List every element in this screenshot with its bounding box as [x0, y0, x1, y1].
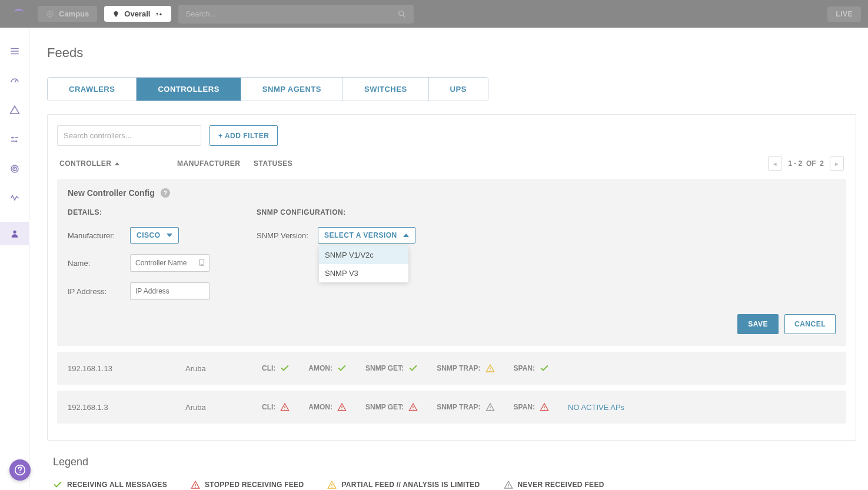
legend-item: STOPPED RECEIVING FEED	[191, 480, 304, 489]
page-next-button[interactable]: ▸	[830, 156, 844, 171]
config-title: New Controller Config ?	[68, 188, 836, 198]
sidebar-item-settings[interactable]	[9, 134, 21, 145]
warning-icon	[191, 480, 200, 489]
warning-icon	[485, 364, 495, 373]
svg-point-15	[285, 409, 285, 409]
legend-label: NEVER RECEIVED FEED	[518, 481, 604, 489]
snmp-option[interactable]: SNMP V1/V2c	[319, 246, 408, 264]
controller-ip: 192.168.1.3	[68, 403, 185, 412]
status-label: AMON:	[308, 364, 332, 372]
warning-icon	[337, 402, 347, 412]
status-label: SNMP GET:	[365, 403, 404, 411]
logo-icon	[12, 8, 25, 21]
question-icon	[14, 464, 26, 476]
col-statuses[interactable]: STATUSES	[254, 159, 768, 168]
snmp-version-dropdown[interactable]: SELECT A VERSION	[318, 227, 415, 244]
warning-icon	[327, 480, 337, 489]
tab-ups[interactable]: UPS	[429, 78, 488, 101]
status-label: CLI:	[262, 403, 275, 411]
no-active-aps: NO ACTIVE APs	[568, 403, 624, 412]
page-text: 1 - 2 OF 2	[788, 159, 824, 168]
panel: + ADD FILTER CONTROLLER MANUFACTURER STA…	[47, 114, 856, 441]
help-fab[interactable]	[9, 459, 31, 481]
add-filter-button[interactable]: + ADD FILTER	[209, 125, 278, 146]
manufacturer-dropdown[interactable]: CISCO	[130, 227, 179, 244]
warning-icon	[408, 402, 418, 412]
tab-crawlers[interactable]: CRAWLERS	[48, 78, 137, 101]
overall-selector[interactable]: Overall	[104, 6, 171, 22]
menu-icon	[9, 46, 20, 56]
ip-label: IP Address:	[68, 287, 121, 296]
globe-icon	[46, 10, 54, 18]
sort-asc-icon	[115, 162, 119, 165]
help-icon[interactable]: ?	[161, 188, 170, 198]
table-header: CONTROLLER MANUFACTURER STATUSES ◂ 1 - 2…	[57, 156, 846, 179]
cancel-button[interactable]: CANCEL	[784, 314, 836, 334]
status-item: SNMP TRAP:	[437, 364, 494, 373]
topbar: Campus Overall LIVE	[0, 0, 868, 28]
status-item: CLI:	[262, 402, 290, 412]
sidebar-item-admin[interactable]	[0, 222, 29, 245]
tab-switches[interactable]: SWITCHES	[343, 78, 429, 101]
app-logo[interactable]	[7, 8, 31, 21]
col-controller[interactable]: CONTROLLER	[59, 159, 177, 168]
svg-line-3	[15, 80, 16, 83]
manufacturer-label: Manufacturer:	[68, 231, 121, 240]
sidebar-item-gauge[interactable]	[9, 75, 21, 86]
warning-icon	[485, 402, 495, 412]
snmp-option[interactable]: SNMP V3	[319, 264, 408, 282]
status-item: SPAN:	[514, 402, 549, 412]
details-column: DETAILS: Manufacturer: CISCO Name:	[68, 208, 209, 300]
global-search[interactable]	[178, 5, 414, 24]
sidebar-item-alerts[interactable]	[9, 104, 21, 116]
swap-icon	[155, 10, 163, 18]
page-prev-button[interactable]: ◂	[768, 156, 782, 171]
status-item: AMON:	[308, 402, 347, 412]
save-button[interactable]: SAVE	[737, 314, 779, 334]
live-badge[interactable]: LIVE	[827, 6, 861, 22]
tab-snmp-agents[interactable]: SNMP AGENTS	[241, 78, 343, 101]
gauge-icon	[9, 75, 20, 86]
person-icon	[10, 229, 19, 238]
tab-controllers[interactable]: CONTROLLERS	[137, 78, 241, 101]
svg-point-29	[508, 486, 508, 487]
col-manufacturer[interactable]: MANUFACTURER	[177, 159, 254, 168]
warning-icon	[540, 402, 549, 412]
controller-row[interactable]: 192.168.1.3ArubaCLI:AMON:SNMP GET:SNMP T…	[57, 391, 846, 424]
location-icon	[112, 11, 119, 18]
svg-point-19	[413, 409, 413, 409]
legend-title: Legend	[53, 456, 856, 468]
campus-selector[interactable]: Campus	[38, 6, 97, 22]
status-label: SPAN:	[514, 364, 535, 372]
status-item: AMON:	[308, 364, 347, 373]
check-icon	[337, 364, 347, 373]
status-label: SNMP TRAP:	[437, 364, 480, 372]
legend-label: PARTIAL FEED // ANALYSIS IS LIMITED	[341, 481, 480, 489]
svg-point-13	[490, 370, 490, 371]
status-item: SNMP GET:	[365, 402, 418, 412]
sidebar-item-radar[interactable]	[9, 163, 21, 175]
overall-label: Overall	[124, 9, 150, 18]
filter-row: + ADD FILTER	[57, 125, 846, 146]
global-search-input[interactable]	[185, 9, 397, 18]
chevron-down-icon	[167, 234, 172, 237]
status-item: CLI:	[262, 364, 290, 373]
controller-ip: 192.168.1.13	[68, 364, 185, 373]
check-icon	[280, 364, 290, 373]
svg-point-31	[19, 472, 21, 474]
controller-statuses: CLI:AMON:SNMP GET:SNMP TRAP:SPAN:NO ACTI…	[262, 402, 836, 412]
ip-address-input[interactable]	[130, 282, 209, 300]
status-item: SNMP TRAP:	[437, 402, 494, 412]
snmp-column: SNMP CONFIGURATION: SNMP Version: SELECT…	[257, 208, 415, 300]
svg-point-8	[14, 168, 15, 169]
sidebar-item-activity[interactable]	[9, 192, 21, 204]
search-controllers-input[interactable]	[57, 125, 201, 146]
pagination: ◂ 1 - 2 OF 2 ▸	[768, 156, 844, 171]
snmp-version-label: SNMP Version:	[257, 231, 308, 240]
chevron-up-icon	[403, 234, 409, 237]
legend-label: STOPPED RECEIVING FEED	[205, 481, 304, 489]
sidebar	[0, 28, 29, 490]
sidebar-item-menu[interactable]	[9, 45, 21, 57]
svg-point-27	[332, 486, 332, 487]
controller-row[interactable]: 192.168.1.13ArubaCLI:AMON:SNMP GET:SNMP …	[57, 352, 846, 385]
